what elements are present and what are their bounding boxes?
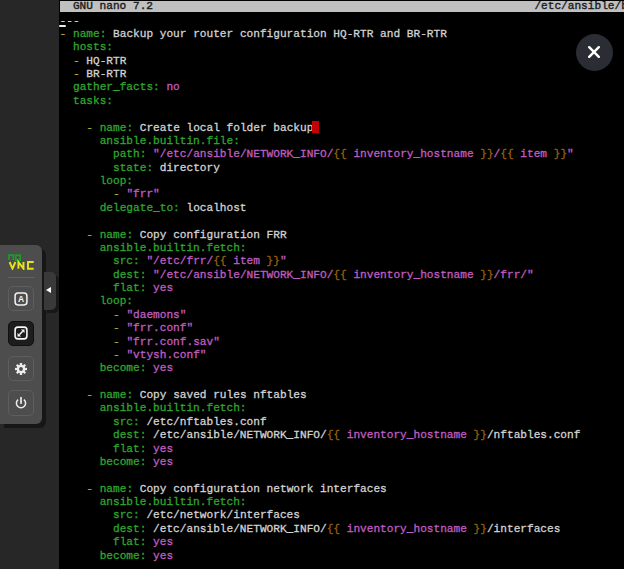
svg-text:A: A [18, 294, 24, 304]
